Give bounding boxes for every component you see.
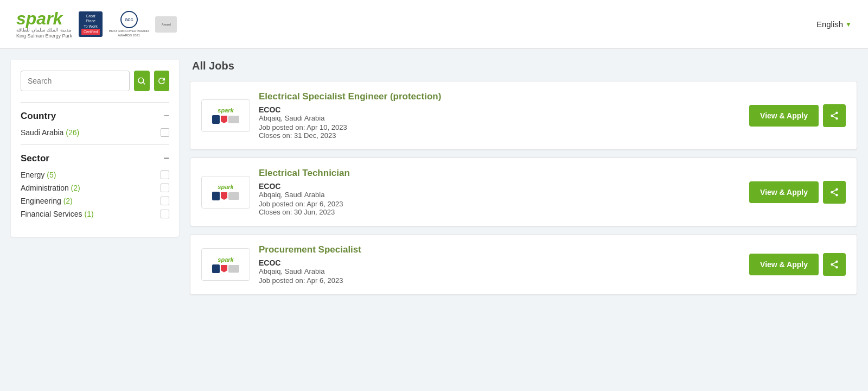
sector-administration: Administration (2) [21, 184, 80, 192]
mini-badge-red-icon [221, 265, 227, 273]
job-actions: View & Apply [749, 181, 846, 204]
job-posted-date: Job posted on: Apr 6, 2023 [259, 276, 741, 285]
share-icon [829, 187, 839, 197]
spark-logo-subtext: مدينة الملك سلمان للطاقةKing Salman Ener… [16, 27, 72, 39]
mini-badge-blue-icon [212, 115, 220, 124]
job-title: Electrical Specialist Engineer (protecti… [259, 91, 741, 102]
sector-engineering: Engineering (2) [21, 197, 73, 205]
sector-engineering-checkbox[interactable] [161, 197, 169, 205]
search-button[interactable] [134, 71, 150, 91]
mini-badge-gray-icon [228, 116, 239, 123]
sector-financial-services: Financial Services (1) [21, 210, 94, 218]
sector-filter-header: Sector − [21, 153, 169, 164]
job-closes-date: Closes on: 30 Jun, 2023 [259, 208, 741, 216]
list-item: Engineering (2) [21, 197, 169, 205]
list-item: Administration (2) [21, 184, 169, 192]
job-logo: spark [201, 99, 250, 132]
header-logos: spark مدينة الملك سلمان للطاقةKing Salma… [16, 10, 177, 39]
job-posted-date: Job posted on: Apr 6, 2023 [259, 200, 741, 208]
all-jobs-title: All Jobs [190, 60, 857, 72]
job-logo: spark [201, 248, 250, 281]
mini-badge-gray-icon [228, 265, 239, 273]
job-posted-date: Job posted on: Apr 10, 2023 [259, 123, 741, 131]
extra-badge: Award [155, 16, 177, 33]
table-row: spark Procurement Specialist ECOC Abqaiq… [190, 234, 857, 295]
language-dropdown-icon: ▼ [845, 21, 852, 28]
country-filter-toggle[interactable]: − [163, 110, 169, 122]
list-item: Financial Services (1) [21, 210, 169, 218]
sector-energy-checkbox[interactable] [161, 171, 169, 179]
share-icon [829, 260, 839, 269]
sector-filter-section: Sector − Energy (5) Administration (2) E… [21, 144, 169, 218]
mini-badge-gray-icon [228, 192, 239, 200]
job-info: Electrical Technician ECOC Abqaiq, Saudi… [259, 168, 741, 216]
job-title: Electrical Technician [259, 168, 741, 179]
job-info: Procurement Specialist ECOC Abqaiq, Saud… [259, 244, 741, 285]
job-logo: spark [201, 176, 250, 209]
list-item: Energy (5) [21, 171, 169, 179]
sector-filter-toggle[interactable]: − [163, 153, 169, 164]
table-row: spark Electrical Technician ECOC Abqaiq,… [190, 157, 857, 226]
spark-logo-text: spark [16, 10, 62, 27]
list-item: Saudi Arabia (26) [21, 128, 169, 137]
job-closes-date: Closes on: 31 Dec, 2023 [259, 131, 741, 140]
sector-administration-checkbox[interactable] [161, 184, 169, 192]
job-location: Abqaiq, Saudi Arabia [259, 191, 741, 199]
search-row [21, 71, 169, 91]
language-label: English [816, 20, 843, 29]
mini-badge-red-icon [221, 116, 227, 123]
mini-badge-blue-icon [212, 264, 220, 273]
language-selector[interactable]: English ▼ [816, 20, 852, 29]
mini-badge-red-icon [221, 192, 227, 200]
share-button[interactable] [823, 104, 846, 127]
mini-badge-blue-icon [212, 192, 220, 200]
country-saudi-arabia-checkbox[interactable] [161, 128, 169, 137]
search-icon [137, 76, 146, 86]
country-filter-section: Country − Saudi Arabia (26) [21, 102, 169, 137]
job-title: Procurement Specialist [259, 244, 741, 255]
share-icon [829, 111, 839, 121]
main-container: Country − Saudi Arabia (26) Sector − Ene… [0, 49, 868, 391]
share-button[interactable] [823, 181, 846, 204]
search-input[interactable] [21, 71, 130, 91]
job-actions: View & Apply [749, 104, 846, 127]
great-place-badge: Great PlaceTo Work Certified [79, 11, 103, 36]
table-row: spark Electrical Specialist Engineer (pr… [190, 81, 857, 150]
job-location: Abqaiq, Saudi Arabia [259, 267, 741, 275]
country-filter-title: Country [21, 111, 56, 122]
sector-energy: Energy (5) [21, 171, 56, 179]
country-saudi-arabia: Saudi Arabia (26) [21, 128, 79, 137]
sector-filter-title: Sector [21, 153, 49, 164]
view-apply-button[interactable]: View & Apply [749, 105, 819, 127]
job-actions: View & Apply [749, 253, 846, 276]
view-apply-button[interactable]: View & Apply [749, 254, 819, 275]
country-filter-header: Country − [21, 110, 169, 122]
job-location: Abqaiq, Saudi Arabia [259, 114, 741, 122]
sector-financial-services-checkbox[interactable] [161, 210, 169, 218]
view-apply-button[interactable]: View & Apply [749, 181, 819, 203]
page-header: spark مدينة الملك سلمان للطاقةKing Salma… [0, 0, 868, 49]
job-company: ECOC [259, 258, 741, 267]
sidebar: Country − Saudi Arabia (26) Sector − Ene… [11, 60, 179, 237]
spark-logo: spark مدينة الملك سلمان للطاقةKing Salma… [16, 10, 72, 39]
share-button[interactable] [823, 253, 846, 276]
job-company: ECOC [259, 105, 741, 114]
reset-button[interactable] [154, 71, 170, 91]
jobs-content-area: All Jobs spark Electrical Specialist Eng… [190, 60, 857, 380]
refresh-icon [157, 76, 167, 86]
job-info: Electrical Specialist Engineer (protecti… [259, 91, 741, 140]
gcc-badge: GCC BEST EMPLOYER BRANDAWARDS 2021 [109, 11, 149, 37]
job-company: ECOC [259, 182, 741, 191]
